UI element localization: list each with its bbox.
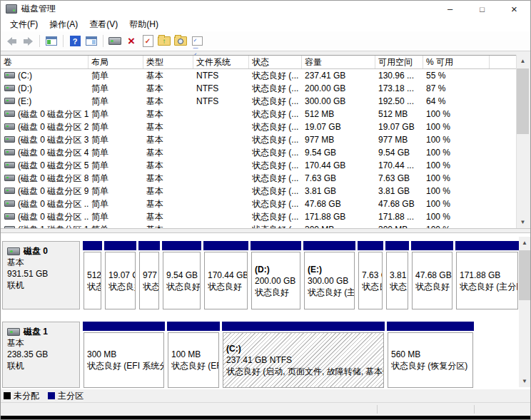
column-header-fs[interactable]: 文件系统 xyxy=(193,56,249,68)
folder-open-up-icon[interactable]: ↑ xyxy=(157,34,171,48)
partition[interactable]: 560 MB状态良好 (恢复分区) xyxy=(387,322,474,388)
table-row[interactable]: (磁盘 0 磁盘分区 ...简单基本状态良好 (...47.68 GB47.68… xyxy=(1,198,516,210)
column-header-type[interactable]: 类型 xyxy=(143,56,193,68)
column-header-status[interactable]: 状态 xyxy=(249,56,302,68)
scroll-up-icon[interactable]: ▲ xyxy=(517,55,529,67)
help-icon[interactable]: ? xyxy=(68,34,82,48)
cell-type: 基本 xyxy=(143,172,193,185)
disk-size: 238.35 GB xyxy=(7,349,75,360)
menu-bar: 文件(F)操作(A)查看(V)帮助(H) xyxy=(1,17,530,31)
partition[interactable]: 3.81 GB状态良好 xyxy=(385,241,409,309)
scroll-down-icon[interactable]: ▼ xyxy=(519,375,530,387)
partition-size: 19.07 GB xyxy=(108,270,135,281)
partition[interactable]: 170.44 GB状态良好 xyxy=(203,241,248,309)
column-header-layout[interactable]: 布局 xyxy=(88,56,143,68)
partition-size: 100 MB xyxy=(171,349,218,360)
cell-fs xyxy=(193,210,249,223)
cell-capacity: 47.68 GB xyxy=(302,198,375,210)
folder-explore-icon[interactable] xyxy=(173,34,188,48)
cell-fs xyxy=(193,198,249,210)
delete-icon[interactable]: × xyxy=(124,34,138,48)
legend-item-1: 主分区 xyxy=(48,390,84,402)
cell-type: 基本 xyxy=(143,198,193,210)
table-row[interactable]: (磁盘 0 磁盘分区 3)简单基本状态良好 (...977 MB977 MB10… xyxy=(1,133,516,146)
cell-name: (磁盘 0 磁盘分区 ... xyxy=(1,198,88,210)
scroll-down-icon[interactable]: ▼ xyxy=(517,216,529,228)
table-row[interactable]: (磁盘 0 磁盘分区 5)简单基本状态良好 (...170.44 GB170.4… xyxy=(1,159,516,172)
cell-layout: 简单 xyxy=(88,108,143,121)
table-row[interactable]: (磁盘 0 磁盘分区 ...简单基本状态良好 (...171.88 GB171.… xyxy=(1,210,516,223)
cell-pct: 100 % xyxy=(423,223,490,228)
table-row[interactable]: (磁盘 1 磁盘分区 1)简单基本状态良好 (...300 MB300 MB10… xyxy=(1,223,516,228)
partition-type-band xyxy=(455,241,519,250)
menu-item-1[interactable]: 操作(A) xyxy=(44,17,84,31)
table-row[interactable]: (磁盘 0 磁盘分区 8)简单基本状态良好 (...7.63 GB7.63 GB… xyxy=(1,172,516,185)
partition[interactable]: 7.63 GB状态良好 xyxy=(358,241,383,309)
scrollbar-thumb[interactable] xyxy=(517,68,529,134)
console-tree-icon[interactable] xyxy=(44,34,59,48)
drive-icon[interactable] xyxy=(108,34,122,48)
disk-label-panel[interactable]: 磁盘 1基本238.35 GB联机 xyxy=(2,322,80,388)
table-row[interactable]: (磁盘 0 磁盘分区 1)简单基本状态良好 (...512 MB512 MB10… xyxy=(1,108,516,121)
partition-body: 300 MB状态良好 (EFI 系统分区) xyxy=(84,332,164,388)
scrollbar-track[interactable] xyxy=(517,67,529,216)
partition-status: 状态良好 xyxy=(390,281,408,292)
volume-table: (C:)简单基本NTFS状态良好 (...237.41 GB130.96 ...… xyxy=(1,69,516,228)
column-header-free[interactable]: 可用空间 xyxy=(375,56,423,68)
partition-size: 300 MB xyxy=(87,349,163,360)
disk-name: 磁盘 0 xyxy=(24,245,48,257)
cell-type: 基本 xyxy=(143,121,193,133)
menu-item-0[interactable]: 文件(F) xyxy=(4,17,44,31)
maximize-button[interactable]: □ xyxy=(466,1,498,17)
cell-pct: 100 % xyxy=(423,210,490,223)
pane-splitter[interactable] xyxy=(1,228,530,233)
cell-status: 状态良好 (... xyxy=(249,198,302,210)
table-row[interactable]: (D:)简单基本NTFS状态良好 (...200.00 GB173.18 ...… xyxy=(1,82,516,95)
partition[interactable]: (E:)300.00 GB状态良好 (主分区) xyxy=(303,241,355,309)
column-header-name[interactable]: 卷 xyxy=(1,56,88,68)
partition[interactable]: 19.07 GB状态良好 xyxy=(104,241,136,309)
partition[interactable]: 300 MB状态良好 (EFI 系统分区) xyxy=(83,322,165,388)
disk-status: 联机 xyxy=(7,360,75,372)
partition-size: 7.63 GB xyxy=(362,270,382,281)
table-row[interactable]: (磁盘 0 磁盘分区 9)简单基本状态良好 (...3.81 GB3.81 GB… xyxy=(1,185,516,198)
partition[interactable]: 100 MB状态良好 (EFI 系统分区) xyxy=(167,322,220,388)
partition[interactable]: 171.88 GB状态良好 (主分区) xyxy=(455,241,519,309)
table-row[interactable]: (磁盘 0 磁盘分区 2)简单基本状态良好 (...19.07 GB19.07 … xyxy=(1,121,516,133)
forward-icon[interactable] xyxy=(21,34,35,48)
column-header-pct[interactable]: % 可用 xyxy=(423,56,490,68)
minimize-button[interactable]: – xyxy=(434,1,466,17)
partition-size: 170.44 GB xyxy=(208,270,247,281)
properties-check-icon[interactable]: ✓ xyxy=(141,34,155,48)
partition[interactable]: (C:)237.41 GB NTFS状态良好 (启动, 页面文件, 故障转储, … xyxy=(222,322,385,388)
view-checklist-icon[interactable]: ✓—✓— xyxy=(190,34,204,48)
cell-fs xyxy=(193,108,249,121)
partition[interactable]: 512 MB状态良好 xyxy=(83,241,102,309)
menu-item-2[interactable]: 查看(V) xyxy=(84,17,123,31)
column-header-capacity[interactable]: 容量 xyxy=(302,56,375,68)
close-button[interactable]: × xyxy=(498,1,530,17)
partition[interactable]: 47.68 GB状态良好 xyxy=(411,241,453,309)
partition-body: 512 MB状态良好 xyxy=(84,252,101,309)
table-row[interactable]: (磁盘 0 磁盘分区 4)简单基本状态良好 (...9.54 GB9.54 GB… xyxy=(1,146,516,159)
partition[interactable]: 977 MB状态良好 xyxy=(138,241,160,309)
partition-body: 7.63 GB状态良好 xyxy=(358,252,383,309)
cell-capacity: 512 MB xyxy=(302,108,375,121)
cell-capacity: 300.00 GB xyxy=(302,95,375,108)
partition[interactable]: (D:)200.00 GB状态良好 xyxy=(251,241,301,309)
disk-label-panel[interactable]: 磁盘 0基本931.51 GB联机 xyxy=(2,241,80,309)
table-row[interactable]: (C:)简单基本NTFS状态良好 (...237.41 GB130.96 ...… xyxy=(1,69,516,82)
back-icon[interactable] xyxy=(4,34,19,48)
cell-pct: 100 % xyxy=(423,185,490,198)
cell-layout: 简单 xyxy=(88,69,143,82)
partition[interactable]: 9.54 GB状态良好 xyxy=(162,241,201,309)
action-pane-icon[interactable] xyxy=(84,34,98,48)
cell-layout: 简单 xyxy=(88,146,143,159)
menu-item-3[interactable]: 帮助(H) xyxy=(123,17,164,31)
table-row[interactable]: (E:)简单基本NTFS状态良好 (...300.00 GB192.50 ...… xyxy=(1,95,516,108)
cell-fs: NTFS xyxy=(193,82,249,95)
volume-name: (磁盘 0 磁盘分区 4) xyxy=(18,148,88,158)
volume-table-scrollbar[interactable]: ▲ ▼ xyxy=(516,55,529,228)
cell-pct: 64 % xyxy=(423,95,490,108)
legend-item-0: 未分配 xyxy=(4,390,39,402)
